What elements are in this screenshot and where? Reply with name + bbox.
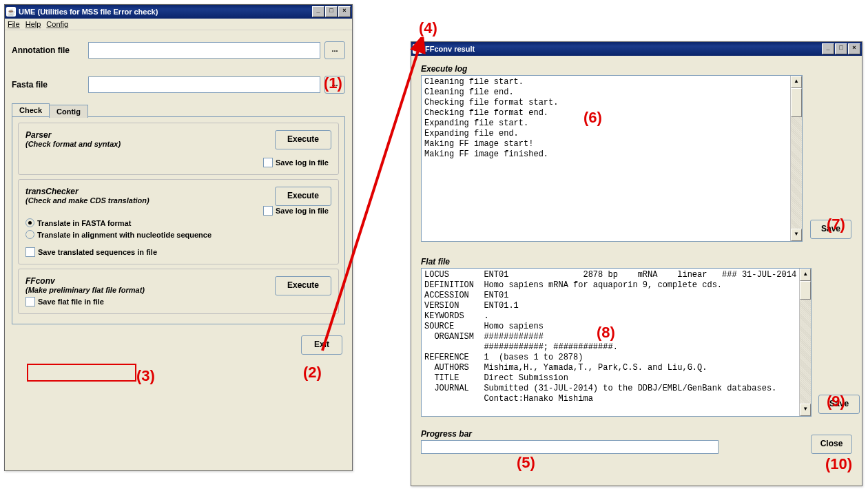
annotation-4: (4) [419,19,437,37]
annotation-browse-button[interactable]: ... [324,41,345,59]
translate-align-radio[interactable] [25,230,34,239]
java-icon [413,44,422,54]
progress-bar [421,440,719,454]
transchecker-savelog-label: Save log in file [276,207,329,215]
ffconv-window-title: FFconv result [425,45,822,53]
execute-log-title: Execute log [421,64,803,74]
ume-titlebar[interactable]: UME (Utilities for MSS file Error check)… [5,5,352,19]
window-buttons: _ □ × [822,43,860,54]
ffconv-execute-button[interactable]: Execute [275,276,331,295]
menubar: File Help Config [5,19,352,30]
execute-log-area[interactable]: Cleaning file start. Cleaning file end. … [421,75,803,242]
translate-fasta-radio[interactable] [25,218,34,227]
exit-button[interactable]: Exit [301,335,342,355]
scroll-up-icon[interactable]: ▲ [791,76,802,88]
ume-title: UME (Utilities for MSS file Error check) [19,8,312,16]
annotation-file-label: Annotation file [12,45,84,55]
execute-log-text: Cleaning file start. Cleaning file end. … [422,76,790,241]
parser-execute-button[interactable]: Execute [275,130,331,149]
flatfile-scrollbar[interactable]: ▲ ▼ [799,269,811,416]
ffconv-content: Execute log Cleaning file start. Cleanin… [411,56,862,462]
fasta-file-input[interactable] [88,76,320,93]
parser-savelog-checkbox[interactable] [263,158,273,167]
ume-content: Annotation file ... Fasta file ... Check… [5,30,352,362]
annotation-file-input[interactable] [88,42,320,59]
scroll-down-icon[interactable]: ▼ [791,229,802,241]
minimize-icon[interactable]: _ [312,6,324,17]
tab-contig[interactable]: Contig [49,105,88,118]
window-buttons: _ □ × [312,6,351,17]
close-button[interactable]: Close [811,435,852,454]
scroll-down-icon[interactable]: ▼ [800,404,811,416]
check-tab-body: Execute Parser (Check format and syntax)… [12,116,345,324]
fasta-browse-button[interactable]: ... [324,76,345,94]
minimize-icon[interactable]: _ [822,43,834,54]
log-scrollbar[interactable]: ▲ ▼ [790,76,802,241]
maximize-icon[interactable]: □ [325,6,338,17]
maximize-icon[interactable]: □ [835,43,847,54]
menu-file[interactable]: File [8,20,20,28]
save-translated-label: Save translated sequences in file [38,248,157,256]
flatfile-title: Flat file [421,257,812,267]
flatfile-area[interactable]: LOCUS ENT01 2878 bp mRNA linear ### 31-J… [421,268,812,417]
ffconv-group: Execute FFconv (Make preliminary flat fi… [18,269,339,314]
tab-check[interactable]: Check [12,103,50,116]
parser-group: Execute Parser (Check format and syntax)… [18,123,339,175]
transchecker-group: Execute transChecker (Check and make CDS… [18,179,339,264]
ffconv-titlebar[interactable]: FFconv result _ □ × [411,42,862,56]
ume-window: UME (Utilities for MSS file Error check)… [4,4,353,471]
log-save-button[interactable]: Save [810,220,851,239]
close-icon[interactable]: × [338,6,351,17]
flatfile-text: LOCUS ENT01 2878 bp mRNA linear ### 31-J… [422,269,799,416]
scroll-up-icon[interactable]: ▲ [800,269,811,281]
close-icon[interactable]: × [848,43,860,54]
menu-config[interactable]: Config [46,20,68,28]
translate-align-label: Translate in alignment with nucleotide s… [37,231,211,239]
save-flatfile-checkbox[interactable] [25,297,35,306]
menu-help[interactable]: Help [25,20,41,28]
transchecker-execute-button[interactable]: Execute [275,187,331,206]
save-translated-checkbox[interactable] [25,247,35,257]
java-icon [6,7,16,17]
flatfile-save-button[interactable]: Save [818,395,860,414]
translate-fasta-label: Translate in FASTA format [37,219,131,227]
tab-bar: Check Contig [12,103,345,116]
fasta-file-label: Fasta file [12,80,84,90]
save-flatfile-label: Save flat file in file [38,298,104,306]
progress-title: Progress bar [421,429,719,439]
parser-savelog-label: Save log in file [276,158,329,167]
transchecker-savelog-checkbox[interactable] [263,206,273,216]
ffconv-result-window: FFconv result _ □ × Execute log Cleaning… [411,41,862,486]
